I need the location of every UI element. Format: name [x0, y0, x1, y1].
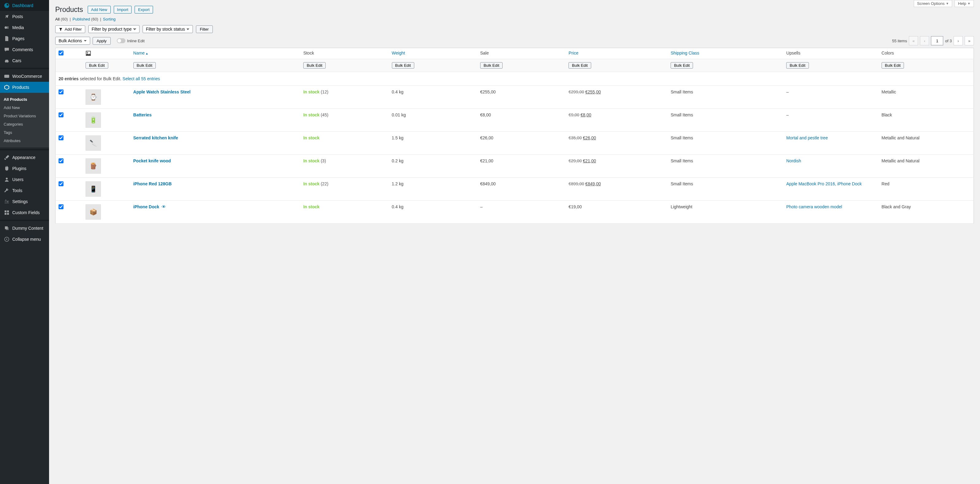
sidebar-item-dummy[interactable]: Dummy Content — [0, 223, 49, 234]
sidebar-sub-all-products[interactable]: All Products — [0, 95, 49, 103]
pages-icon — [4, 35, 10, 42]
product-name-link[interactable]: iPhone Dock — [134, 204, 159, 209]
image-icon — [86, 51, 91, 56]
import-button[interactable]: Import — [114, 6, 132, 13]
sidebar-sub-categories[interactable]: Categories — [0, 120, 49, 129]
sidebar-item-tools[interactable]: Tools — [0, 185, 49, 196]
product-name-link[interactable]: Batteries — [134, 113, 152, 117]
row-checkbox[interactable] — [59, 89, 64, 94]
upsell-link[interactable]: Nordish — [786, 159, 801, 163]
price-cell: €299,00 €255,00 — [565, 86, 668, 109]
filter-button[interactable]: Filter — [196, 25, 213, 33]
filter-row: Add Filter Filter by product type Filter… — [55, 25, 974, 33]
product-thumbnail[interactable]: 📱 — [86, 181, 101, 197]
old-price: €299,00 — [568, 89, 584, 94]
sidebar-item-cars[interactable]: Cars — [0, 55, 49, 66]
bulk-edit-sale[interactable]: Bulk Edit — [480, 62, 503, 68]
sidebar-sub-variations[interactable]: Product Variations — [0, 112, 49, 120]
row-checkbox[interactable] — [59, 135, 64, 140]
product-thumbnail[interactable]: ⌚ — [86, 89, 101, 105]
first-page-button[interactable]: « — [909, 36, 918, 45]
row-checkbox[interactable] — [59, 113, 64, 117]
stock-status-select[interactable]: Filter by stock status — [143, 25, 193, 33]
old-price: €9,00 — [568, 113, 579, 117]
sidebar-item-woocommerce[interactable]: WooCommerce — [0, 71, 49, 82]
bulk-actions-select[interactable]: Bulk Actions — [55, 37, 90, 45]
sidebar-sub-tags[interactable]: Tags — [0, 129, 49, 136]
sidebar-sub-add-new[interactable]: Add New — [0, 103, 49, 112]
sale-value: – — [477, 201, 565, 224]
product-thumbnail[interactable]: 🪵 — [86, 159, 101, 174]
upsell-link[interactable]: Apple MacBook Pro 2016, iPhone Dock — [786, 181, 862, 186]
weight-value: 1.2 kg — [389, 178, 477, 201]
inline-edit-toggle[interactable]: Inline Edit — [117, 38, 145, 43]
product-name-link[interactable]: Apple Watch Stainless Steel — [134, 89, 191, 94]
sort-shipping[interactable]: Shipping Class — [671, 51, 699, 56]
add-new-button[interactable]: Add New — [88, 6, 111, 13]
sort-weight[interactable]: Weight — [392, 51, 405, 56]
bulk-edit-colors[interactable]: Bulk Edit — [881, 62, 904, 68]
sidebar-item-comments[interactable]: Comments — [0, 44, 49, 55]
chevron-down-icon: ▼ — [946, 2, 949, 5]
product-thumbnail[interactable]: 🔪 — [86, 135, 101, 151]
filter-sorting[interactable]: Sorting — [103, 17, 116, 21]
sidebar-label: Posts — [12, 14, 23, 19]
sidebar-item-settings[interactable]: Settings — [0, 196, 49, 207]
sidebar-item-pages[interactable]: Pages — [0, 33, 49, 44]
last-page-button[interactable]: » — [965, 36, 974, 45]
car-icon — [4, 57, 10, 64]
new-price: €8,00 — [581, 113, 591, 117]
user-icon — [4, 176, 10, 182]
sidebar-item-products[interactable]: Products — [0, 82, 49, 93]
sidebar-item-users[interactable]: Users — [0, 174, 49, 185]
prev-page-button[interactable]: ‹ — [920, 36, 929, 45]
bulk-edit-weight[interactable]: Bulk Edit — [392, 62, 414, 68]
product-name-link[interactable]: Serrated kitchen knife — [134, 135, 178, 140]
upsell-link[interactable]: Mortal and pestle tree — [786, 135, 827, 140]
bulk-edit-upsells[interactable]: Bulk Edit — [786, 62, 808, 68]
products-icon — [4, 84, 10, 90]
screen-options-button[interactable]: Screen Options▼ — [914, 0, 952, 7]
sidebar-sub-attributes[interactable]: Attributes — [0, 136, 49, 145]
help-button[interactable]: Help▼ — [955, 0, 974, 7]
filter-published[interactable]: Published (60) — [73, 17, 99, 21]
product-name-link[interactable]: iPhone Red 128GB — [134, 181, 172, 186]
sort-name[interactable]: Name▲ — [134, 51, 148, 56]
bulk-edit-price[interactable]: Bulk Edit — [568, 62, 591, 68]
product-thumbnail[interactable]: 📦 — [86, 204, 101, 220]
bulk-edit-stock[interactable]: Bulk Edit — [303, 62, 326, 68]
select-all-checkbox[interactable] — [59, 51, 64, 56]
apply-button[interactable]: Apply — [92, 37, 111, 45]
col-colors: Colors — [878, 48, 974, 59]
product-name-link[interactable]: Pocket knife wood — [134, 159, 171, 163]
sidebar-item-appearance[interactable]: Appearance — [0, 152, 49, 163]
old-price: €29,00 — [568, 159, 582, 163]
shipping-value: Lightweight — [668, 201, 783, 224]
upsell-link[interactable]: Photo camera wooden model — [786, 204, 842, 209]
sidebar-item-media[interactable]: Media — [0, 22, 49, 33]
row-checkbox[interactable] — [59, 181, 64, 186]
page-input[interactable] — [931, 36, 943, 45]
row-checkbox[interactable] — [59, 204, 64, 209]
filter-all[interactable]: All (60) — [55, 17, 68, 21]
product-type-select[interactable]: Filter by product type — [88, 25, 140, 33]
product-thumbnail[interactable]: 🔋 — [86, 113, 101, 128]
sidebar-item-dashboard[interactable]: Dashboard — [0, 0, 49, 11]
sidebar-item-posts[interactable]: Posts — [0, 11, 49, 22]
price-value: €19,00 — [568, 204, 582, 209]
sort-price[interactable]: Price — [568, 51, 578, 56]
weight-value: 0.4 kg — [389, 86, 477, 109]
svg-point-11 — [87, 52, 88, 53]
bulk-edit-thumb[interactable]: Bulk Edit — [86, 62, 108, 68]
sidebar-item-plugins[interactable]: Plugins — [0, 163, 49, 174]
export-button[interactable]: Export — [135, 6, 153, 13]
add-filter-button[interactable]: Add Filter — [55, 25, 85, 33]
sidebar-item-collapse[interactable]: Collapse menu — [0, 234, 49, 245]
bulk-edit-shipping[interactable]: Bulk Edit — [671, 62, 693, 68]
bulk-edit-name[interactable]: Bulk Edit — [134, 62, 156, 68]
next-page-button[interactable]: › — [954, 36, 963, 45]
sidebar-item-custom-fields[interactable]: Custom Fields — [0, 207, 49, 218]
select-all-link[interactable]: Select all 55 entries — [123, 76, 160, 81]
row-checkbox[interactable] — [59, 159, 64, 163]
toggle-switch[interactable] — [117, 38, 126, 43]
